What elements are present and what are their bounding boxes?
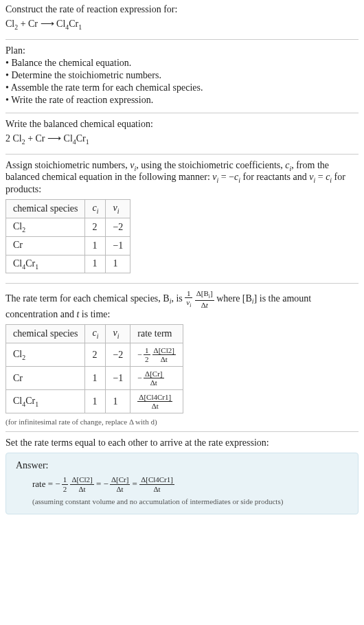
page: Construct the rate of reaction expressio… — [0, 0, 364, 524]
stoich-table: chemical species ci νi Cl2 2 −2 Cr 1 −1 … — [5, 199, 130, 273]
rate-cell: −12 Δ[Cl2]Δt — [130, 343, 183, 366]
num: 1 — [185, 289, 192, 298]
table-header-row: chemical species ci νi rate term — [6, 325, 183, 343]
species-cell: Cl2 — [6, 343, 85, 366]
ci-cell: 1 — [85, 236, 106, 255]
table-row: Cl4Cr1 1 1 — [6, 255, 130, 273]
nui-cell: −2 — [106, 343, 130, 366]
den: Δt — [152, 355, 176, 363]
rate-cell: −Δ[Cr]Δt — [130, 367, 183, 390]
species-cell: Cr — [6, 367, 85, 390]
t2: , using the stoichiometric coefficients, — [136, 160, 285, 170]
d-frac: Δ[Cl2]Δt — [152, 346, 176, 363]
t4: for reactants and — [240, 172, 309, 182]
den: 2 — [62, 485, 69, 493]
arrow: ⟶ — [47, 133, 61, 144]
table-row: Cl2 2 −2 −12 Δ[Cl2]Δt — [6, 343, 183, 366]
assign-paragraph: Assign stoichiometric numbers, νi, using… — [5, 160, 359, 196]
th-nui: νi — [106, 200, 130, 218]
term2-frac: Δ[Cr]Δt — [110, 475, 130, 492]
balanced-heading: Write the balanced chemical equation: — [5, 119, 359, 130]
nui-cell: −2 — [106, 218, 130, 236]
a: Cl — [13, 349, 22, 359]
a: Cl — [13, 221, 22, 231]
num: Δ[Cr] — [110, 475, 130, 484]
i: i — [117, 207, 120, 215]
ci-cell: 1 — [85, 255, 106, 273]
ci-cell: 1 — [85, 367, 106, 390]
term3-frac: Δ[Cl4Cr1]Δt — [139, 475, 174, 492]
intro-section: Construct the rate of reaction expressio… — [5, 4, 359, 40]
assign-section: Assign stoichiometric numbers, νi, using… — [5, 155, 359, 284]
i: i — [97, 207, 99, 215]
rate-term-table: chemical species ci νi rate term Cl2 2 −… — [5, 324, 183, 413]
i: i — [117, 332, 120, 340]
i: i — [97, 332, 99, 340]
assumption-note: (assuming constant volume and no accumul… — [32, 497, 348, 505]
plan-line-3: • Assemble the rate term for each chemic… — [5, 82, 359, 93]
rate-term-section: The rate term for each chemical species,… — [5, 284, 359, 432]
plan-section: Plan: • Balance the chemical equation. •… — [5, 40, 359, 113]
eq2: = — [133, 479, 140, 489]
infinitesimal-note: (for infinitesimal rate of change, repla… — [5, 418, 359, 426]
num: Δ[Bi] — [195, 289, 214, 301]
nui-cell: 1 — [106, 390, 130, 413]
b: Cr — [25, 258, 35, 269]
th-ci: ci — [85, 325, 106, 343]
t3: where [B — [216, 293, 252, 304]
ci-cell: 2 — [85, 218, 106, 236]
rate-cell: Δ[Cl4Cr1]Δt — [130, 390, 183, 413]
ci-cell: 1 — [85, 390, 106, 413]
a: Cr — [13, 240, 23, 250]
bsub: 1 — [35, 400, 38, 408]
t: t — [206, 301, 208, 309]
balanced-section: Write the balanced chemical equation: 2 … — [5, 113, 359, 155]
table-row: Cl4Cr1 1 1 Δ[Cl4Cr1]Δt — [6, 390, 183, 413]
i: i — [190, 303, 191, 309]
one-over-nu: 1νi — [185, 289, 192, 309]
den: Δt — [137, 402, 172, 410]
num: Δ[Cr] — [144, 370, 163, 378]
den: Δt — [110, 485, 130, 493]
ci-cell: 2 — [85, 343, 106, 366]
plan-line-4: • Write the rate of reaction expression. — [5, 95, 359, 106]
th-species: chemical species — [6, 325, 85, 343]
mid: + Cr — [25, 133, 47, 144]
th-ci: ci — [85, 200, 106, 218]
a: Cl — [13, 258, 22, 269]
neg1: − — [55, 479, 60, 489]
txt: Cl — [5, 19, 14, 29]
num: 1 — [144, 346, 150, 355]
t2: , is — [171, 293, 185, 304]
table-row: Cl2 2 −2 — [6, 218, 130, 236]
prod2: Cr — [76, 133, 86, 144]
dBi-dt: Δ[Bi]Δt — [195, 289, 214, 309]
species-cell: Cl4Cr1 — [6, 390, 85, 413]
t: The rate term for each chemical species,… — [5, 293, 170, 304]
plan-line-2: • Determine the stoichiometric numbers. — [5, 70, 359, 81]
a: Cl — [13, 396, 22, 406]
eq1: = − — [218, 172, 234, 182]
balanced-equation: 2 Cl2 + Cr ⟶ Cl4Cr1 — [5, 133, 359, 146]
neg2: − — [104, 479, 109, 489]
species-cell: Cr — [6, 236, 85, 255]
asub: 2 — [22, 353, 25, 361]
num: 1 — [62, 475, 69, 484]
t5: is time: — [79, 309, 110, 319]
rate-term-paragraph: The rate term for each chemical species,… — [5, 289, 359, 320]
plan-heading: Plan: — [5, 45, 359, 56]
th-rate: rate term — [130, 325, 183, 343]
unbalanced-equation: Cl2 + Cr ⟶ Cl4Cr1 — [5, 18, 359, 31]
txt2: Cr — [69, 19, 78, 29]
sub2: 1 — [78, 23, 82, 31]
txt: Cl — [54, 19, 66, 29]
b: Cr — [25, 396, 35, 406]
set-equal-heading: Set the rate terms equal to each other t… — [5, 438, 359, 448]
nui-cell: −1 — [106, 236, 130, 255]
plus: + Cr — [18, 19, 40, 29]
sub3: 1 — [86, 138, 89, 146]
d-frac: Δ[Cl4Cr1]Δt — [137, 393, 172, 410]
th-nui: νi — [106, 325, 130, 343]
half-frac: 12 — [62, 475, 69, 492]
set-equal-section: Set the rate terms equal to each other t… — [5, 432, 359, 519]
